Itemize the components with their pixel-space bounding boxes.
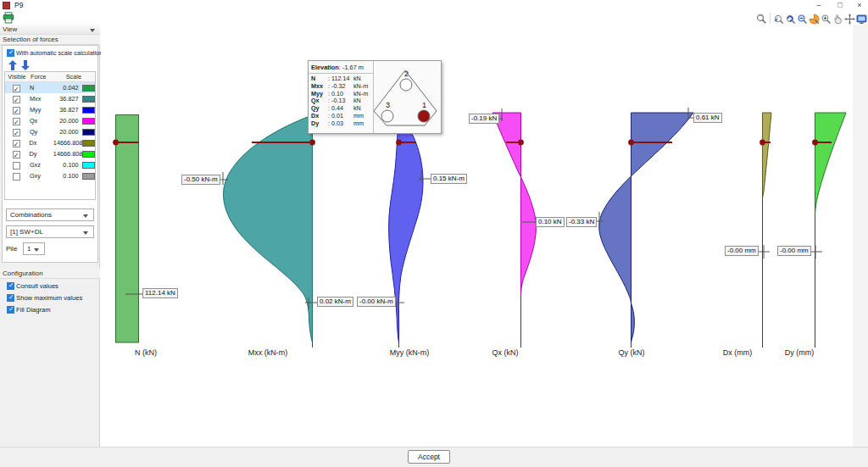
zoom-rotate-icon[interactable] [785, 13, 796, 24]
axis-caption-myy: Myy (kN-m) [390, 348, 430, 357]
max-value-label: 0.61 kN [693, 113, 722, 123]
force-scale: 14666.808 [53, 137, 79, 148]
visible-checkbox[interactable] [13, 118, 20, 125]
config-option[interactable]: Show maximum values [7, 293, 82, 305]
visible-checkbox[interactable] [13, 129, 20, 136]
force-name: Qx [28, 115, 54, 126]
pile-number: 2 [404, 69, 409, 78]
pile-number: 3 [386, 101, 390, 109]
config-label: Consult values [14, 282, 58, 290]
config-label: Show maximum values [14, 294, 82, 302]
force-scale: 0.100 [54, 170, 79, 181]
force-scale: 14666.808 [53, 148, 79, 159]
canvas-right-margin [853, 25, 868, 447]
window-title: P9 [14, 1, 23, 9]
zoom-in-icon[interactable] [821, 13, 832, 24]
axis-caption-n: N (kN) [135, 348, 157, 357]
visible-checkbox[interactable] [13, 173, 20, 181]
pan-icon[interactable] [832, 13, 843, 24]
auto-scale-label: With automatic scale calculation [16, 49, 103, 57]
force-table-row[interactable]: Qy20.000 [5, 126, 95, 137]
max-value-label: -0.00 mm [725, 246, 759, 256]
force-scale: 36.827 [54, 104, 79, 115]
zoom-out-icon[interactable] [797, 13, 808, 24]
force-color-swatch [82, 173, 95, 180]
max-value-label: -0.00 kN-m [357, 297, 396, 307]
diagram-canvas[interactable] [101, 25, 853, 447]
force-color-swatch [82, 129, 95, 136]
center-icon[interactable] [844, 13, 855, 24]
pile-layout-pane: 231 [374, 61, 441, 133]
force-name: Dy [27, 148, 53, 159]
pile-selector-row: Pile 1 [6, 245, 17, 253]
max-value-label: -0.33 kN [566, 217, 597, 227]
pile-marker-3 [381, 110, 393, 122]
config-checkbox[interactable] [7, 306, 14, 314]
zoom-window-icon[interactable] [809, 13, 820, 24]
force-name: Gxy [28, 170, 54, 181]
pile-label: Pile [6, 245, 17, 253]
max-value-label: 112.14 kN [142, 288, 178, 298]
view-panel-title: View [3, 25, 17, 33]
max-value-label: -0.00 mm [777, 246, 811, 256]
force-table-row[interactable]: Dx14666.808 [5, 137, 95, 148]
force-table-row[interactable]: Myy36.827 [5, 104, 95, 115]
minimize-button[interactable]: – [810, 0, 828, 11]
force-name: Qy [28, 126, 54, 137]
max-value-label: -0.50 kN-m [181, 175, 220, 185]
app-icon [3, 2, 10, 9]
pile-dropdown[interactable]: 1 [23, 242, 45, 255]
pile-marker-2 [400, 79, 412, 91]
visible-checkbox[interactable] [13, 162, 20, 170]
config-option[interactable]: Fill Diagram [7, 305, 82, 317]
force-table-row[interactable]: Dy14666.808 [5, 148, 95, 159]
force-table-row[interactable]: Gxz0.100 [5, 159, 95, 170]
axis-caption-qy: Qy (kN) [619, 348, 645, 357]
titlebar: P9 – □ × [0, 0, 868, 11]
visible-checkbox[interactable] [13, 85, 20, 92]
pile-number: 1 [422, 101, 426, 109]
auto-scale-checkbox[interactable] [7, 49, 14, 57]
toolbar-separator [770, 13, 771, 23]
config-checkbox[interactable] [7, 294, 14, 302]
selection-of-forces-header: Selection of forces [0, 35, 100, 45]
sidebar: View Selection of forces With automatic … [0, 25, 100, 447]
force-name: N [28, 82, 54, 93]
screen-icon[interactable] [856, 13, 867, 24]
pile-layout-sketch: 231 [374, 61, 442, 134]
force-table-row[interactable]: Qx20.000 [5, 115, 95, 126]
combination-value-dropdown[interactable]: [1] SW+DL [6, 225, 94, 238]
force-name: Gxz [28, 159, 54, 170]
visible-checkbox[interactable] [13, 151, 20, 158]
tooltip-elevation: Elevation: -1.67 m [309, 61, 373, 74]
chevron-down-icon [83, 231, 88, 235]
force-table-row[interactable]: N0.042 [5, 82, 95, 93]
print-icon[interactable] [3, 12, 14, 24]
view-panel-header[interactable]: View [0, 25, 100, 35]
maximize-button[interactable]: □ [831, 0, 849, 11]
accept-button[interactable]: Accept [408, 450, 450, 464]
max-value-label: -0.19 kN [469, 114, 499, 124]
max-value-label: 0.10 kN [536, 217, 565, 227]
force-name: Myy [28, 104, 54, 115]
config-checkbox[interactable] [7, 282, 14, 290]
combinations-dropdown[interactable]: Combinations [6, 208, 94, 221]
zoom-previous-icon[interactable] [773, 13, 784, 24]
force-color-swatch [82, 151, 95, 158]
auto-scale-checkbox-row[interactable]: With automatic scale calculation [7, 48, 103, 57]
axis-caption-qx: Qx (kN) [492, 348, 519, 357]
toolbar [0, 11, 868, 25]
visible-checkbox[interactable] [13, 140, 20, 147]
zoom-icon[interactable] [756, 13, 767, 24]
configuration-options: Consult values Show maximum values Fill … [7, 281, 82, 317]
chevron-down-icon [90, 29, 95, 32]
visible-checkbox[interactable] [13, 96, 20, 103]
force-color-swatch [82, 140, 95, 147]
config-label: Fill Diagram [14, 306, 51, 314]
config-option[interactable]: Consult values [7, 281, 82, 293]
force-table-row[interactable]: Gxy0.100 [5, 170, 95, 181]
visible-checkbox[interactable] [13, 107, 20, 114]
force-scale: 20.000 [54, 126, 79, 137]
close-button[interactable]: × [850, 0, 868, 11]
force-table-row[interactable]: Mxx36.827 [5, 93, 95, 104]
